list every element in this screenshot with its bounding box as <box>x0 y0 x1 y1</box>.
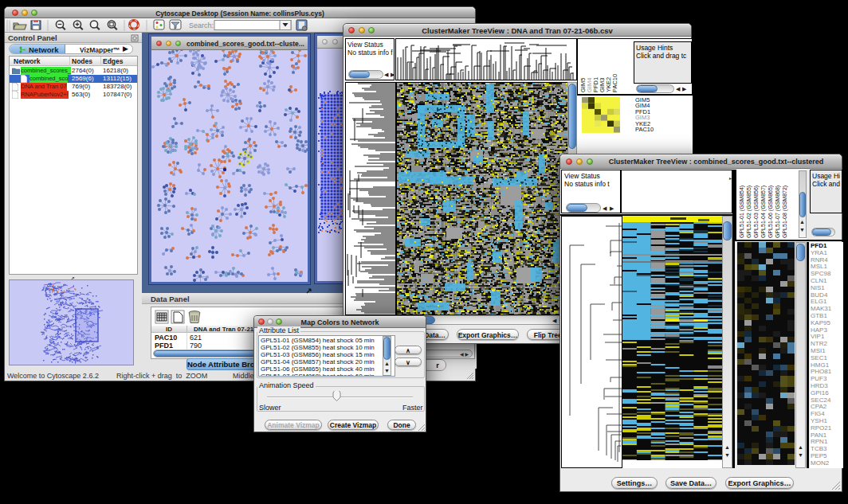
svg-text:Search:: Search: <box>189 21 214 29</box>
